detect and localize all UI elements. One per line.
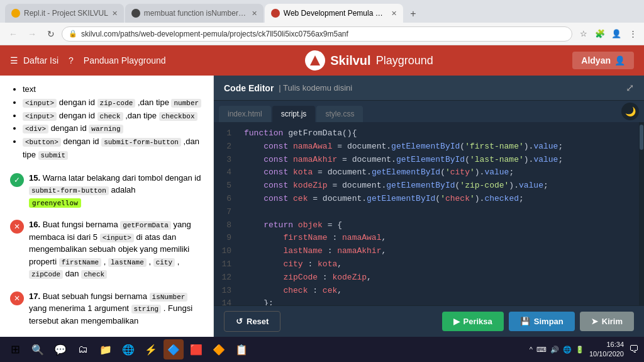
item-text: <input> dengan id check ,dan tipe checkb… <box>23 111 197 120</box>
list-item: <input> dengan id zip-code ,dan tipe num… <box>23 96 203 110</box>
battery-icon: 🔋 <box>575 346 584 354</box>
star-icon[interactable]: ☆ <box>577 28 590 40</box>
clock-date: 10/10/2020 <box>589 349 624 359</box>
taskview-icon[interactable]: 🗂 <box>73 339 93 359</box>
user-name: Aldyan <box>581 55 611 65</box>
header-menu[interactable]: ☰ Daftar Isi <box>10 55 58 65</box>
tab-script-js-label: script.js <box>281 110 307 118</box>
tab-script-js[interactable]: script.js <box>272 106 316 122</box>
footer-right: ▶ Periksa 💾 Simpan ➤ Kirim <box>442 312 634 331</box>
footer-left: ↺ Reset <box>224 311 280 332</box>
user-avatar-icon: 👤 <box>614 55 625 65</box>
app-icon-1[interactable]: 🔷 <box>164 339 184 359</box>
task-17: ✕ 17. Buat sebuah fungsi bernama isNumbe… <box>10 290 203 327</box>
search-icon[interactable]: 🔍 <box>28 339 48 359</box>
tab-index-html-label: index.html <box>228 110 262 118</box>
code-area: 12345678910111213141516 function getFrom… <box>214 122 644 305</box>
task-17-number: 17. <box>29 291 40 301</box>
chevron-icon[interactable]: ^ <box>530 346 533 353</box>
network-icon[interactable]: 🌐 <box>563 346 572 354</box>
kirim-icon: ➤ <box>591 317 598 326</box>
code-content[interactable]: function getFromData(){ const namaAwal =… <box>236 122 639 305</box>
prev-items: text <input> dengan id zip-code ,dan tip… <box>10 83 203 162</box>
greenyellow-badge: greenyellow <box>29 198 81 208</box>
back-button[interactable]: ← <box>5 26 21 42</box>
tab-icon-1 <box>11 9 20 18</box>
app-icon-2[interactable]: 🟥 <box>186 339 206 359</box>
store-icon[interactable]: ⚡ <box>141 339 161 359</box>
editor-header: Code Editor | Tulis kodemu disini ⤢ <box>214 76 644 101</box>
extensions-icon[interactable]: 🧩 <box>594 28 606 40</box>
new-tab-button[interactable]: + <box>404 5 422 23</box>
tab-style-css-label: style.css <box>325 110 354 118</box>
reset-label: Reset <box>247 317 269 326</box>
expand-icon[interactable]: ⤢ <box>626 82 634 94</box>
scrollbar-thumb[interactable] <box>640 125 643 150</box>
browser-tab-bar: Repl.it - Project SKILVUL ✕ membuat func… <box>0 0 644 23</box>
app-icon-4[interactable]: 📋 <box>231 339 252 359</box>
kirim-button[interactable]: ➤ Kirim <box>580 312 634 331</box>
menu-icon[interactable]: ⋮ <box>626 28 639 40</box>
vertical-scrollbar[interactable] <box>639 122 644 305</box>
task-15: ✓ 15. Warna latar belakang dari tombol d… <box>10 172 203 209</box>
task-16-number: 16. <box>29 220 40 229</box>
task-16-text: 16. Buat fungsi bernama getFormData yang… <box>29 218 203 280</box>
right-panel: Code Editor | Tulis kodemu disini ⤢ inde… <box>214 76 644 337</box>
nav-icons: ☆ 🧩 👤 ⋮ <box>577 28 639 40</box>
list-item: <div> dengan id warning <box>23 122 203 135</box>
task-16-status: ✕ <box>10 220 24 234</box>
address-bar[interactable]: 🔒 skilvul.com/paths/web-development-pemu… <box>62 26 572 42</box>
app-header: ☰ Daftar Isi ? Panduan Playground Skilvu… <box>0 45 644 76</box>
browser-tab-3[interactable]: Web Development Pemula Proje... ✕ <box>265 4 403 23</box>
task-16: ✕ 16. Buat fungsi bernama getFormData ya… <box>10 218 203 280</box>
file-tabs: index.html script.js style.css 🌙 <box>214 101 644 122</box>
notification-icon[interactable]: 🗨 <box>629 344 639 355</box>
periksa-button[interactable]: ▶ Periksa <box>442 312 504 331</box>
speaker-icon[interactable]: 🔊 <box>550 346 559 354</box>
tab-style-css[interactable]: style.css <box>316 106 363 122</box>
tab-icon-3 <box>271 9 280 18</box>
forward-button[interactable]: → <box>24 26 40 42</box>
reset-icon: ↺ <box>236 317 243 326</box>
edge-icon[interactable]: 🌐 <box>118 339 138 359</box>
keyboard-icon: ⌨ <box>536 346 547 354</box>
hamburger-icon: ☰ <box>10 55 18 65</box>
browser-tab-1[interactable]: Repl.it - Project SKILVUL ✕ <box>5 4 124 23</box>
task-15-number: 15. <box>29 173 40 183</box>
panduan-label[interactable]: Panduan Playground <box>84 55 166 65</box>
editor-title: Code Editor <box>224 83 274 93</box>
browser-tab-2[interactable]: membuat function isNumber - h... ✕ <box>125 4 264 23</box>
taskbar-right: ^ ⌨ 🔊 🌐 🔋 16:34 10/10/2020 🗨 <box>530 340 639 359</box>
tab-close-1[interactable]: ✕ <box>112 9 118 18</box>
refresh-button[interactable]: ↻ <box>43 26 59 42</box>
tab-title-2: membuat function isNumber - h... <box>144 9 248 18</box>
line-numbers: 12345678910111213141516 <box>214 122 236 305</box>
app-icon-3[interactable]: 🔶 <box>209 339 229 359</box>
editor-footer: ↺ Reset ▶ Periksa 💾 Simpan ➤ Kirim <box>214 305 644 337</box>
taskbar: ⊞ 🔍 💬 🗂 📁 🌐 ⚡ 🔷 🟥 🔶 📋 ^ ⌨ 🔊 🌐 🔋 16:34 10… <box>0 337 644 362</box>
task-15-row: ✓ 15. Warna latar belakang dari tombol d… <box>10 172 203 209</box>
periksa-label: Periksa <box>464 317 492 326</box>
dark-mode-toggle[interactable]: 🌙 <box>621 103 639 120</box>
start-button[interactable]: ⊞ <box>5 339 25 359</box>
explorer-icon[interactable]: 📁 <box>96 339 116 359</box>
nav-bar: ← → ↻ 🔒 skilvul.com/paths/web-developmen… <box>0 23 644 45</box>
item-text: text <box>23 84 36 94</box>
tab-icon-2 <box>131 9 140 18</box>
cortana-icon[interactable]: 💬 <box>50 339 70 359</box>
lock-icon: 🔒 <box>69 30 77 38</box>
simpan-button[interactable]: 💾 Simpan <box>509 312 575 331</box>
clock-time: 16:34 <box>589 340 624 349</box>
item-text: <div> dengan id warning <box>23 123 123 133</box>
reset-button[interactable]: ↺ Reset <box>224 311 280 332</box>
periksa-icon: ▶ <box>453 317 460 326</box>
tab-index-html[interactable]: index.html <box>219 106 271 122</box>
task-17-row: ✕ 17. Buat sebuah fungsi bernama isNumbe… <box>10 290 203 327</box>
profile-icon[interactable]: 👤 <box>610 28 623 40</box>
user-button[interactable]: Aldyan 👤 <box>572 52 634 69</box>
tab-close-3[interactable]: ✕ <box>391 9 397 18</box>
kirim-label: Kirim <box>602 317 623 326</box>
tab-close-2[interactable]: ✕ <box>252 9 257 18</box>
logo-icon <box>305 50 325 71</box>
task-16-row: ✕ 16. Buat fungsi bernama getFormData ya… <box>10 218 203 280</box>
